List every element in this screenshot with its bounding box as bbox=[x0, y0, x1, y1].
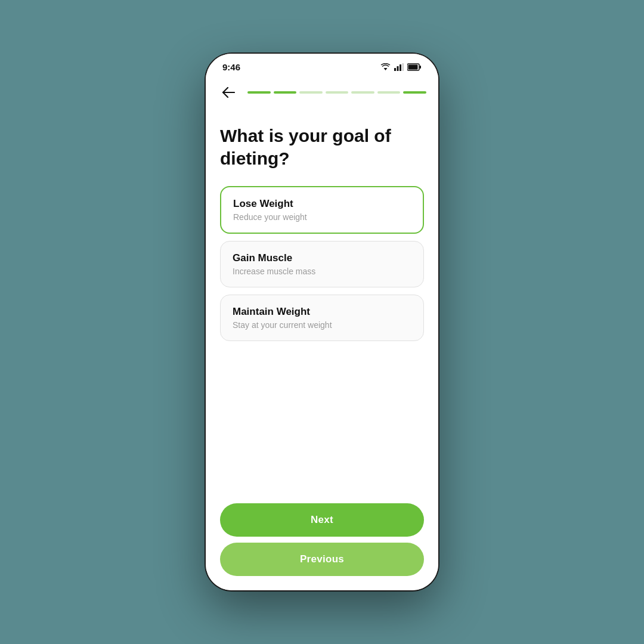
progress-seg-4 bbox=[326, 91, 349, 94]
phone-shell: 9:46 bbox=[206, 54, 438, 590]
option-maintain-weight[interactable]: Maintain Weight Stay at your current wei… bbox=[220, 295, 424, 341]
svg-rect-3 bbox=[400, 64, 401, 71]
top-nav bbox=[206, 77, 438, 110]
status-bar: 9:46 bbox=[206, 54, 438, 77]
question-title: What is your goal of dieting? bbox=[220, 125, 424, 169]
next-button[interactable]: Next bbox=[220, 503, 424, 537]
status-icons bbox=[380, 63, 422, 71]
progress-seg-5 bbox=[351, 91, 374, 94]
status-time: 9:46 bbox=[222, 62, 240, 72]
svg-marker-0 bbox=[384, 68, 388, 70]
progress-seg-6 bbox=[377, 91, 401, 94]
progress-seg-7 bbox=[403, 91, 426, 94]
option-lose-weight-title: Lose Weight bbox=[233, 198, 411, 210]
bottom-buttons: Next Previous bbox=[206, 496, 438, 590]
battery-icon bbox=[407, 63, 422, 71]
progress-seg-3 bbox=[299, 91, 323, 94]
svg-rect-4 bbox=[402, 63, 404, 71]
progress-bar bbox=[247, 91, 426, 94]
svg-rect-7 bbox=[408, 65, 418, 70]
option-gain-muscle-subtitle: Increase muscle mass bbox=[233, 267, 411, 276]
wifi-icon bbox=[380, 63, 391, 71]
option-lose-weight[interactable]: Lose Weight Reduce your weight bbox=[220, 186, 424, 234]
progress-seg-2 bbox=[274, 91, 297, 94]
option-lose-weight-subtitle: Reduce your weight bbox=[233, 212, 411, 222]
back-arrow-icon bbox=[222, 87, 235, 98]
signal-icon bbox=[394, 63, 404, 71]
svg-rect-1 bbox=[394, 68, 396, 71]
option-gain-muscle-title: Gain Muscle bbox=[233, 252, 411, 264]
svg-rect-2 bbox=[397, 66, 399, 71]
option-maintain-weight-title: Maintain Weight bbox=[233, 306, 411, 318]
option-gain-muscle[interactable]: Gain Muscle Increase muscle mass bbox=[220, 241, 424, 287]
svg-rect-6 bbox=[420, 66, 422, 69]
back-button[interactable] bbox=[218, 82, 239, 103]
main-content: What is your goal of dieting? Lose Weigh… bbox=[206, 110, 438, 496]
previous-button[interactable]: Previous bbox=[220, 543, 424, 576]
progress-seg-1 bbox=[247, 91, 271, 94]
option-maintain-weight-subtitle: Stay at your current weight bbox=[233, 320, 411, 330]
